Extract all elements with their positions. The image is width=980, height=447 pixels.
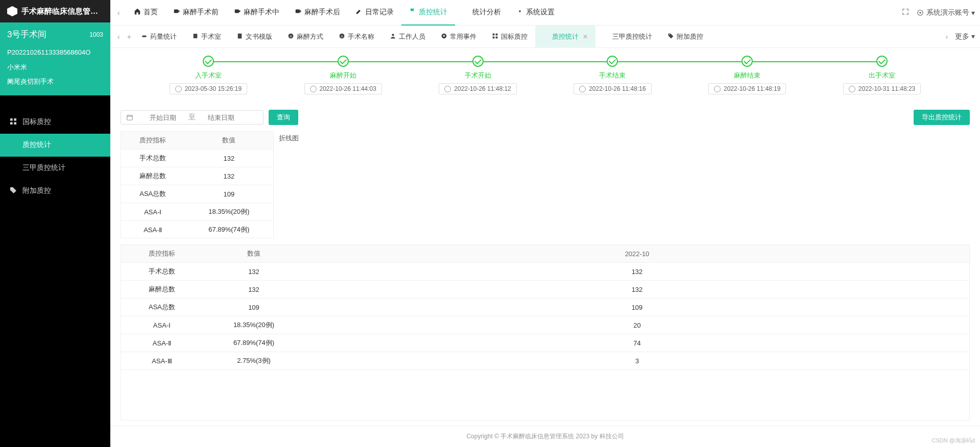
step-check-icon (742, 56, 753, 67)
nav-item-质控统计[interactable]: 质控统计 (401, 0, 455, 26)
table-cell: 18.35%(20例) (185, 203, 273, 221)
side-nav: 国标质控质控统计三甲质控统计附加质控 (0, 95, 110, 203)
sidebar-item-label: 附加质控 (22, 186, 51, 195)
subtab-文书模版[interactable]: 文书模版 (229, 26, 280, 48)
room-name: 3号手术间 (7, 29, 46, 40)
list-icon (9, 163, 22, 173)
subtab-国标质控[interactable]: 国标质控 (484, 26, 535, 48)
table-cell: ASA-Ⅲ (121, 352, 203, 370)
line-chart-area: 折线图 (274, 131, 970, 238)
sidebar-item-附加质控[interactable]: 附加质控 (0, 180, 110, 203)
footer-copyright: Copyright © 手术麻醉临床信息管理系统 2023 by 科技公司 (110, 426, 980, 447)
user-label: 系统演示账号 (926, 8, 969, 17)
svg-point-9 (919, 12, 921, 14)
start-date-input[interactable] (137, 114, 188, 121)
subtab-add-icon[interactable]: + (125, 31, 133, 43)
fullscreen-icon[interactable] (902, 8, 909, 17)
video-icon (173, 8, 183, 16)
table-cell: 132 (203, 263, 305, 281)
table-cell: ASA总数 (121, 185, 185, 203)
step-check-icon (607, 56, 618, 67)
table-row: 手术总数132132 (121, 263, 969, 281)
table-cell: ASA-Ⅰ (121, 316, 203, 334)
end-date-input[interactable] (196, 114, 247, 121)
nav-item-日常记录[interactable]: 日常记录 (348, 0, 401, 26)
nav-item-麻醉手术前[interactable]: 麻醉手术前 (165, 0, 226, 26)
step-time[interactable]: 2022-10-26 11:48:19 (708, 83, 786, 94)
step-title: 麻醉结束 (680, 71, 815, 80)
pill-icon (141, 33, 150, 41)
close-icon[interactable]: ✕ (583, 33, 588, 40)
step-time[interactable]: 2023-05-30 15:26:19 (170, 83, 247, 94)
step-title: 麻醉开始 (276, 71, 411, 80)
chart-icon (463, 8, 472, 16)
tag-icon (9, 186, 22, 196)
subtab-手术室[interactable]: 手术室 (184, 26, 229, 48)
subtab-三甲质控统计[interactable]: 三甲质控统计 (595, 26, 660, 48)
table-cell: ASA-Ⅱ (121, 334, 203, 352)
table-row: ASA-Ⅱ67.89%(74例)74 (121, 334, 969, 352)
sidebar-item-label: 三甲质控统计 (22, 163, 65, 172)
subtab-back-arrow[interactable]: ‹ (115, 31, 122, 43)
sidebar-item-国标质控[interactable]: 国标质控 (0, 111, 110, 134)
flag-icon (409, 8, 419, 16)
sidebar-item-质控统计[interactable]: 质控统计 (0, 134, 110, 157)
svg-rect-19 (492, 33, 494, 35)
svg-point-17 (392, 34, 394, 36)
subtab-forward-arrow[interactable]: › (943, 31, 950, 43)
home-icon (134, 8, 144, 16)
bars-icon (543, 33, 552, 41)
nav-item-首页[interactable]: 首页 (126, 0, 165, 26)
subtab-手术名称[interactable]: A手术名称 (331, 26, 382, 48)
bars-icon (9, 140, 22, 150)
svg-text:A: A (290, 34, 292, 37)
nav-item-系统设置[interactable]: 系统设置 (509, 0, 562, 26)
user-menu[interactable]: 系统演示账号 ▾ (917, 8, 975, 17)
step-time[interactable]: 2022-10-26 11:44:03 (304, 83, 382, 94)
svg-rect-22 (495, 36, 497, 38)
sidebar-item-三甲质控统计[interactable]: 三甲质控统计 (0, 157, 110, 180)
nav-item-麻醉手术后[interactable]: 麻醉手术后 (287, 0, 348, 26)
table-cell: 20 (305, 316, 969, 334)
table-cell: 18.35%(20例) (203, 316, 305, 334)
svg-point-8 (519, 10, 521, 12)
nav-back-arrow[interactable]: ‹ (115, 7, 122, 19)
svg-rect-10 (142, 35, 147, 37)
subtab-药量统计[interactable]: 药量统计 (133, 26, 184, 48)
query-button[interactable]: 查询 (269, 110, 298, 125)
svg-rect-5 (174, 10, 178, 13)
step-time[interactable]: 2022-10-26 11:48:16 (573, 83, 651, 94)
date-range-picker[interactable]: 至 (121, 110, 264, 125)
table-cell: 67.89%(74例) (185, 221, 273, 239)
a-icon: A (339, 33, 348, 41)
subtab-工作人员[interactable]: 工作人员 (382, 26, 433, 48)
tag-icon (667, 33, 677, 41)
table-cell: 麻醉总数 (121, 281, 203, 299)
subtab-质控统计[interactable]: 质控统计✕ (535, 26, 595, 48)
svg-text:A: A (341, 34, 343, 37)
grid-icon (492, 33, 501, 41)
sidebar-item-label: 质控统计 (22, 140, 51, 150)
svg-rect-20 (495, 33, 497, 35)
table-row: ASA-Ⅲ2.75%(3例)3 (121, 352, 969, 370)
step-check-icon (338, 56, 349, 67)
room-count: 1003 (89, 31, 103, 38)
subtab-常用事件[interactable]: 常用事件 (433, 26, 484, 48)
svg-point-23 (669, 34, 670, 35)
more-dropdown[interactable]: 更多 ▾ (955, 32, 975, 41)
svg-point-4 (11, 188, 12, 189)
edit-icon (355, 8, 365, 16)
nav-item-麻醉手术中[interactable]: 麻醉手术中 (226, 0, 287, 26)
step-time[interactable]: 2022-10-26 11:48:12 (439, 83, 516, 94)
sidebar: 手术麻醉临床信息管… 3号手术间 1003 P20221026113338568… (0, 0, 110, 447)
mini-metrics-table: 质控指标数值手术总数132麻醉总数132ASA总数109ASA-Ⅰ18.35%(… (121, 131, 274, 238)
step-time[interactable]: 2022-10-31 11:48:23 (843, 83, 921, 94)
nav-item-统计分析[interactable]: 统计分析 (455, 0, 509, 26)
subtab-麻醉方式[interactable]: A麻醉方式 (280, 26, 331, 48)
export-button[interactable]: 导出质控统计 (914, 110, 970, 125)
svg-rect-2 (10, 122, 13, 125)
table-cell: 109 (185, 185, 273, 203)
subtab-附加质控[interactable]: 附加质控 (660, 26, 711, 48)
table-cell: 109 (203, 299, 305, 316)
table-row: ASA总数109 (121, 185, 273, 203)
